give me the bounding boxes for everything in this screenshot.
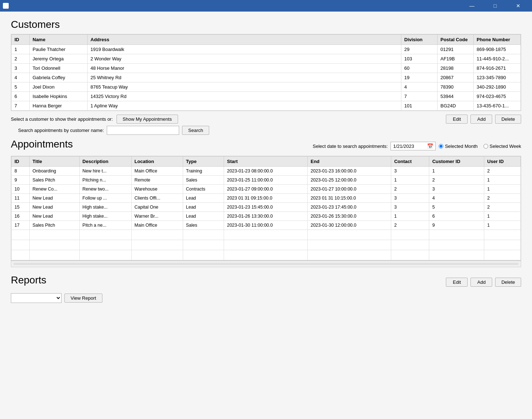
reports-add-button[interactable]: Add: [470, 278, 492, 287]
appt-col-id: ID: [12, 157, 30, 167]
appt-cell-desc: New hire t...: [79, 167, 131, 176]
customer-cell-phone: 874-916-2671: [474, 64, 521, 73]
show-my-appointments-button[interactable]: Show My Appointments: [117, 115, 178, 124]
customer-cell-phone: 123-345-7890: [474, 73, 521, 82]
customers-delete-button[interactable]: Delete: [495, 115, 521, 124]
radio-month-label[interactable]: Selected Month: [439, 144, 477, 149]
appt-cell-custId: 9: [429, 221, 484, 230]
table-row[interactable]: 9Sales PitchPitching n...RemoteSales2023…: [12, 176, 521, 185]
col-header-division: Division: [401, 35, 438, 45]
customer-cell-name: Paulie Thatcher: [30, 45, 88, 54]
customer-cell-phone: 11-445-910-2...: [474, 54, 521, 64]
title-bar-left: [3, 3, 9, 9]
table-row[interactable]: 11New LeadFollow up ...Clients Offi...Le…: [12, 194, 521, 203]
table-row[interactable]: 5Joel Dixon8765 Teacup Way478390340-292-…: [12, 82, 521, 92]
customer-cell-id: 3: [12, 64, 30, 73]
calendar-icon[interactable]: 📅: [427, 143, 433, 149]
radio-month-text: Selected Month: [445, 144, 477, 149]
table-row[interactable]: 3Tori Odonnell48 Horse Manor6028198874-9…: [12, 64, 521, 73]
customer-cell-postal: 20867: [438, 73, 474, 82]
table-row[interactable]: 6Isabelle Hopkins14325 Victory Rd7539449…: [12, 92, 521, 101]
appt-cell-id: 8: [12, 167, 30, 176]
table-row[interactable]: 10Renew Co...Renew two...WarehouseContra…: [12, 185, 521, 194]
customer-cell-division: 101: [401, 101, 438, 111]
customer-cell-division: 7: [401, 92, 438, 101]
appt-cell-contact: 1: [391, 212, 429, 221]
customer-cell-name: Jeremy Ortega: [30, 54, 88, 64]
appt-cell-end: 2023-01-23 17:45:00.0: [308, 203, 391, 212]
customer-cell-address: 2 Wonder Way: [88, 54, 401, 64]
appt-cell-userId: 1: [484, 176, 521, 185]
customers-table-container[interactable]: ID Name Address Division Postal Code Pho…: [11, 34, 521, 111]
appt-cell-desc: High stake...: [79, 212, 131, 221]
table-row[interactable]: 2Jeremy Ortega2 Wonder Way103AF19B11-445…: [12, 54, 521, 64]
app-icon: [3, 3, 9, 9]
customers-table-body: 1Paulie Thatcher1919 Boardwalk2901291869…: [12, 45, 521, 111]
appt-cell-userId: 2: [484, 167, 521, 176]
reports-dropdown[interactable]: [11, 293, 62, 303]
customer-cell-division: 19: [401, 73, 438, 82]
appt-cell-type: Sales: [183, 176, 224, 185]
customer-cell-address: 25 Whitney Rd: [88, 73, 401, 82]
appt-cell-end: 2023-01-26 15:30:00.0: [308, 212, 391, 221]
appt-cell-contact: 3: [391, 167, 429, 176]
table-row[interactable]: 1Paulie Thatcher1919 Boardwalk2901291869…: [12, 45, 521, 54]
radio-week-label[interactable]: Selected Week: [484, 144, 521, 149]
search-button[interactable]: Search: [182, 126, 209, 135]
appt-cell-contact: 1: [391, 176, 429, 185]
minimize-button[interactable]: —: [461, 0, 483, 12]
appointments-table-header: ID Title Description Location Type Start…: [12, 157, 521, 167]
appt-cell-type: Lead: [183, 212, 224, 221]
customer-cell-address: 8765 Teacup Way: [88, 82, 401, 92]
appt-cell-id: 16: [12, 212, 30, 221]
table-row[interactable]: 15New LeadHigh stake...Capital OneLead20…: [12, 203, 521, 212]
appt-cell-end: 2023-01-23 16:00:00.0: [308, 167, 391, 176]
radio-month[interactable]: [439, 144, 443, 149]
customer-cell-address: 14325 Victory Rd: [88, 92, 401, 101]
appt-cell-desc: High stake...: [79, 203, 131, 212]
table-row[interactable]: 8OnboardingNew hire t...Main OfficeTrain…: [12, 167, 521, 176]
maximize-button[interactable]: □: [484, 0, 506, 12]
table-row[interactable]: 17Sales PitchPitch a ne...Main OfficeSal…: [12, 221, 521, 230]
appt-cell-id: 11: [12, 194, 30, 203]
customer-cell-division: 60: [401, 64, 438, 73]
appointments-title: Appointments: [11, 138, 73, 150]
appointments-table-container[interactable]: ID Title Description Location Type Start…: [11, 156, 521, 261]
customers-toolbar-right: Edit Add Delete: [446, 115, 521, 124]
close-button[interactable]: ✕: [507, 0, 529, 12]
table-row[interactable]: 4Gabriela Coffey25 Whitney Rd1920867123-…: [12, 73, 521, 82]
appt-cell-desc: Pitching n...: [79, 176, 131, 185]
customer-cell-postal: 78390: [438, 82, 474, 92]
table-row[interactable]: 7Hanna Berger1 Apline Way101BG24D13-435-…: [12, 101, 521, 111]
customers-title: Customers: [11, 19, 521, 30]
date-input[interactable]: [393, 144, 426, 149]
radio-week[interactable]: [484, 144, 488, 149]
date-search-row: Select date to search appointments: 📅 Se…: [313, 142, 521, 150]
appointments-table: ID Title Description Location Type Start…: [11, 156, 521, 260]
appt-cell-end: 2023-01-30 12:00:00.0: [308, 221, 391, 230]
reports-section: Reports Edit Add Delete View Report: [11, 274, 521, 303]
customers-toolbar: Select a customer to show their appointm…: [11, 115, 521, 124]
appt-cell-type: Lead: [183, 203, 224, 212]
reports-delete-button[interactable]: Delete: [495, 278, 521, 287]
search-input[interactable]: [107, 126, 179, 135]
appt-cell-contact: 2: [391, 221, 429, 230]
reports-edit-button[interactable]: Edit: [446, 278, 468, 287]
appt-cell-desc: Follow up ...: [79, 194, 131, 203]
appt-cell-start: 2023-01-26 13:30:00.0: [224, 212, 308, 221]
customers-edit-button[interactable]: Edit: [446, 115, 468, 124]
appt-cell-custId: 5: [429, 203, 484, 212]
date-input-wrap[interactable]: 📅: [390, 142, 436, 150]
view-report-button[interactable]: View Report: [64, 294, 102, 303]
appt-cell-start: 2023-01-23 08:00:00.0: [224, 167, 308, 176]
appt-cell-contact: 3: [391, 203, 429, 212]
table-row[interactable]: 16New LeadHigh stake...Warner Br...Lead2…: [12, 212, 521, 221]
customers-add-button[interactable]: Add: [470, 115, 492, 124]
reports-controls: View Report: [11, 293, 521, 303]
appt-cell-userId: 1: [484, 212, 521, 221]
customer-cell-division: 4: [401, 82, 438, 92]
appt-cell-custId: 3: [429, 185, 484, 194]
appt-cell-start: 2023 01 31 09:15:00.0: [224, 194, 308, 203]
appointments-search-row: Search appointments by customer name: Se…: [11, 126, 521, 135]
horizontal-scrollbar[interactable]: [11, 261, 521, 267]
